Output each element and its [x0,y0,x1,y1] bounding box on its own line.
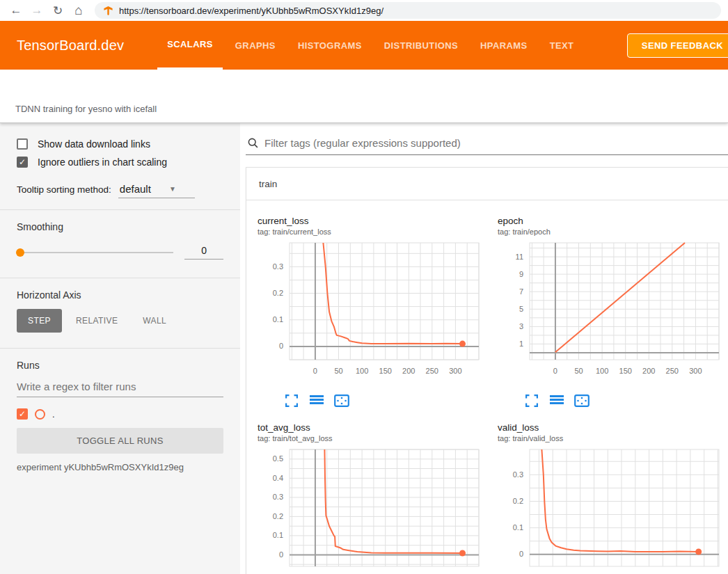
smoothing-label: Smoothing [17,221,223,232]
chart-tag: tag: train/current_loss [258,228,489,236]
svg-text:1: 1 [519,340,523,348]
show-download-links-checkbox[interactable]: Show data download links [17,138,223,150]
svg-text:0: 0 [279,342,283,350]
main-content: train current_loss tag: train/current_lo… [240,123,728,574]
chart-tag: tag: train/epoch [498,228,728,236]
svg-text:0.2: 0.2 [273,512,283,520]
chart-title: epoch [498,216,728,226]
tab-text[interactable]: TEXT [540,21,584,70]
axis-wall-button[interactable]: WALL [132,309,177,333]
filter-tags-row [246,133,728,155]
chart-title: valid_loss [498,422,728,433]
fit-domain-icon[interactable] [333,393,351,410]
forward-icon[interactable]: → [28,1,46,19]
run-color-circle-icon [35,409,45,420]
runs-filter-input[interactable] [17,378,223,397]
chevron-down-icon: ▼ [169,185,176,193]
axis-step-button[interactable]: STEP [17,309,62,333]
tab-distributions[interactable]: DISTRIBUTIONS [374,21,468,70]
tooltip-sorting-select[interactable]: default ▼ [118,183,195,198]
svg-text:0.2: 0.2 [273,289,283,297]
svg-text:7: 7 [519,287,523,296]
ignore-outliers-checkbox[interactable]: ✓ Ignore outliers in chart scaling [17,157,223,168]
chart-card-current-loss: current_loss tag: train/current_loss 00.… [253,210,493,417]
chart-tag: tag: train/valid_loss [498,434,728,443]
filter-tags-input[interactable] [264,137,728,149]
app-logo: TensorBoard.dev [17,38,124,54]
train-section-card: train current_loss tag: train/current_lo… [246,167,728,574]
smoothing-slider[interactable] [17,252,173,253]
svg-text:0: 0 [313,367,317,375]
svg-text:50: 50 [574,367,583,375]
svg-text:0: 0 [519,550,523,558]
axis-relative-button[interactable]: RELATIVE [65,309,129,333]
svg-text:0.3: 0.3 [273,262,283,271]
tab-scalars[interactable]: SCALARS [157,21,223,70]
expand-chart-icon[interactable] [523,393,541,410]
charts-grid: current_loss tag: train/current_loss 00.… [246,200,728,574]
slider-thumb[interactable] [16,248,24,257]
svg-text:0.5: 0.5 [273,454,283,463]
svg-text:100: 100 [356,367,368,375]
svg-text:0.1: 0.1 [273,531,283,539]
svg-text:0.3: 0.3 [513,470,523,479]
tab-graphs[interactable]: GRAPHS [225,21,285,70]
home-icon[interactable]: ⌂ [70,1,88,19]
tab-hparams[interactable]: HPARAMS [470,21,537,70]
chart-tag: tag: train/tot_avg_loss [258,434,489,443]
chart-card-tot-avg-loss: tot_avg_loss tag: train/tot_avg_loss 00.… [253,417,493,574]
chart-card-valid-loss: valid_loss tag: train/valid_loss 00.10.2… [493,417,728,574]
svg-text:0: 0 [553,367,557,375]
horizontal-axis-label: Horizontal Axis [17,289,223,301]
svg-text:50: 50 [334,367,342,375]
line-chart[interactable]: 00.10.20.350100150200250300 [498,445,727,574]
search-icon [247,137,259,149]
data-table-icon[interactable] [308,393,326,410]
svg-text:0.1: 0.1 [273,315,283,324]
experiment-id-label: experiment yKUbhb5wRmOSXYkId1z9eg [17,462,223,472]
reload-icon[interactable]: ↻ [49,1,67,19]
line-chart[interactable]: 00.10.20.3050100150200250300 [258,239,487,388]
browser-toolbar: ← → ↻ ⌂ https://tensorboard.dev/experime… [0,0,728,21]
smoothing-value[interactable]: 0 [184,245,223,260]
send-feedback-button[interactable]: SEND FEEDBACK [627,33,728,58]
svg-text:9: 9 [519,270,523,278]
experiment-title: TDNN training for yesno with icefall [15,104,157,114]
expand-chart-icon[interactable] [283,393,301,410]
svg-text:0: 0 [279,550,283,559]
svg-text:200: 200 [402,367,415,375]
svg-text:0.3: 0.3 [273,493,283,501]
chart-toolbar [258,390,489,417]
line-chart[interactable]: 00.10.20.30.40.5050100150200250300 [258,445,487,574]
run-checkbox-checked-icon[interactable]: ✓ [17,408,28,420]
checkbox-checked-icon: ✓ [17,157,28,168]
chart-toolbar [498,390,728,417]
tensorboard-favicon [103,6,113,16]
address-bar[interactable]: https://tensorboard.dev/experiment/yKUbh… [95,2,721,19]
experiment-title-band: TDNN training for yesno with icefall [0,70,728,123]
checkbox-label: Ignore outliers in chart scaling [38,157,167,168]
app-header: TensorBoard.dev SCALARS GRAPHS HISTOGRAM… [0,21,728,70]
run-list-item[interactable]: ✓ . [17,408,223,420]
data-table-icon[interactable] [548,393,566,410]
chart-card-epoch: epoch tag: train/epoch 13579110501001502… [493,210,728,417]
checkbox-label: Show data download links [38,138,150,150]
runs-label: Runs [17,360,223,371]
toggle-all-runs-button[interactable]: TOGGLE ALL RUNS [17,428,223,454]
checkbox-unchecked-icon [17,138,28,150]
svg-text:300: 300 [449,367,461,375]
svg-text:11: 11 [516,253,523,261]
line-chart[interactable]: 1357911050100150200250300 [498,239,727,388]
svg-text:3: 3 [519,322,523,330]
run-name: . [52,409,55,420]
section-title[interactable]: train [246,168,728,200]
svg-text:5: 5 [519,305,523,313]
back-icon[interactable]: ← [7,1,25,19]
svg-text:150: 150 [619,367,632,375]
svg-text:0.1: 0.1 [513,523,523,532]
svg-text:150: 150 [379,367,392,375]
tab-histograms[interactable]: HISTOGRAMS [288,21,372,70]
selected-value: default [120,183,151,195]
url-text: https://tensorboard.dev/experiment/yKUbh… [119,6,383,16]
fit-domain-icon[interactable] [573,393,591,410]
